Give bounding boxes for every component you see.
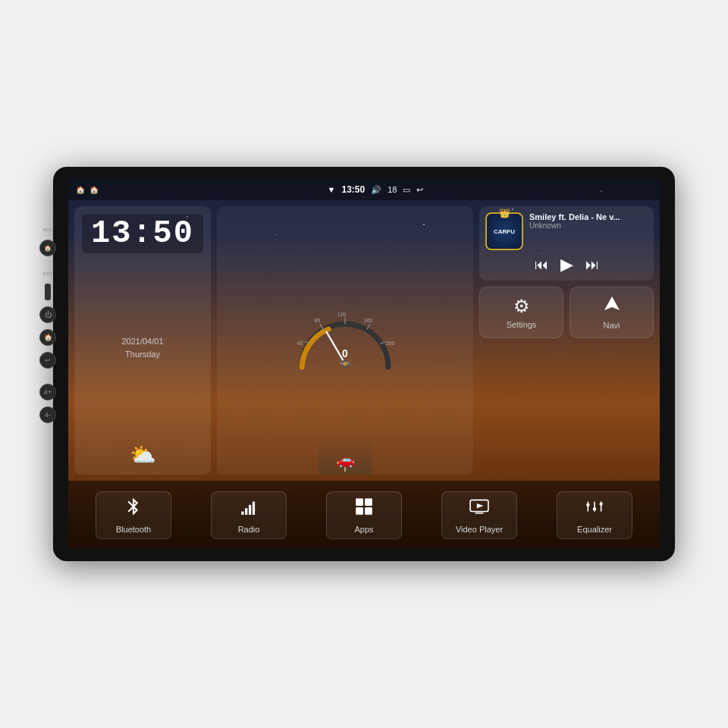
home-side-btn[interactable]: 🏠 — [39, 240, 56, 256]
settings-navi-row: ⚙ Settings Navi — [479, 287, 654, 338]
back-icon: ↩ — [416, 185, 423, 195]
main-content: 13:50 2021/04/01 Thursday ⛅ — [68, 200, 660, 549]
mic-label: MIC — [43, 228, 53, 232]
svg-point-29 — [593, 507, 596, 510]
volume-level: 18 — [388, 185, 397, 194]
equalizer-label: Equalizer — [577, 525, 612, 534]
widgets-row: 13:50 2021/04/01 Thursday ⛅ — [68, 200, 660, 481]
navi-icon — [603, 295, 621, 318]
settings-icon: ⚙ — [513, 296, 530, 317]
music-widget: 👑 CARFU Smiley ft. Delia - Ne v... Unkno… — [479, 206, 654, 281]
svg-text:160: 160 — [364, 318, 373, 323]
prev-button[interactable]: ⏮ — [535, 257, 548, 273]
bluetooth-app[interactable]: Bluetooth — [96, 491, 171, 539]
svg-text:200: 200 — [386, 340, 395, 346]
app-bar: Bluetooth Radio — [68, 481, 660, 549]
video-player-app[interactable]: Video Player — [441, 491, 517, 539]
status-left-icons: 🏠 🏠 — [76, 186, 99, 194]
svg-text:80: 80 — [314, 318, 320, 323]
home-icon-btn[interactable]: 🏠 — [39, 329, 56, 346]
battery-icon: ▭ — [403, 185, 410, 195]
radio-app[interactable]: Radio — [211, 491, 287, 539]
svg-rect-18 — [253, 501, 255, 514]
car-head-unit: MIC 🏠 RST ⏻ 🏠 ↩ 4+ 4- 🏠 🏠 — [53, 167, 675, 561]
svg-point-31 — [600, 502, 603, 505]
svg-rect-17 — [249, 504, 251, 514]
settings-button[interactable]: ⚙ Settings — [479, 287, 563, 338]
bluetooth-icon — [124, 497, 143, 522]
play-button[interactable]: ▶ — [560, 255, 573, 275]
bluetooth-label: Bluetooth — [116, 525, 151, 534]
side-controls: MIC 🏠 RST ⏻ 🏠 ↩ 4+ 4- — [39, 228, 56, 423]
apps-label: Apps — [354, 525, 373, 534]
svg-rect-20 — [365, 498, 372, 506]
date-line1: 2021/04/01 — [82, 335, 203, 348]
music-controls: ⏮ ▶ ⏭ — [485, 255, 648, 275]
navi-button[interactable]: Navi — [570, 287, 654, 338]
home2-icon: 🏠 — [89, 186, 99, 194]
status-bar: 🏠 🏠 ▼ 13:50 🔊 18 ▭ ↩ — [68, 179, 660, 200]
apps-icon — [354, 497, 374, 522]
car-icon: 🚗 — [336, 450, 355, 469]
radio-icon — [239, 497, 259, 522]
wifi-icon: ▼ — [328, 185, 336, 194]
music-artist: Unknown — [529, 221, 648, 230]
svg-marker-24 — [477, 503, 484, 508]
svg-text:0: 0 — [342, 347, 348, 359]
svg-text:120: 120 — [337, 312, 347, 317]
svg-rect-22 — [365, 507, 372, 515]
clock-widget: 13:50 2021/04/01 Thursday ⛅ — [74, 206, 211, 475]
radio-label: Radio — [238, 525, 260, 534]
next-button[interactable]: ⏭ — [585, 257, 599, 273]
svg-point-27 — [586, 503, 589, 506]
back-icon-btn[interactable]: ↩ — [39, 352, 56, 369]
clock-date: 2021/04/01 Thursday — [82, 335, 203, 360]
svg-rect-19 — [356, 498, 363, 506]
apps-app[interactable]: Apps — [326, 491, 402, 539]
svg-text:40: 40 — [297, 340, 303, 346]
music-logo: 👑 CARFU — [485, 212, 523, 250]
power-icon-btn[interactable]: ⏻ — [39, 306, 56, 323]
equalizer-app[interactable]: Equalizer — [557, 491, 632, 539]
weather-icon: ⛅ — [82, 442, 203, 467]
video-player-label: Video Player — [456, 525, 503, 534]
navi-label: Navi — [603, 321, 620, 330]
video-player-icon — [469, 497, 489, 522]
vol-down-btn[interactable]: 4- — [39, 406, 56, 423]
right-column: 👑 CARFU Smiley ft. Delia - Ne v... Unkno… — [479, 206, 654, 475]
clock-display: 13:50 — [82, 214, 203, 253]
power-btn[interactable] — [45, 284, 51, 300]
svg-text:km/h: km/h — [340, 360, 350, 366]
music-info: Smiley ft. Delia - Ne v... Unknown — [529, 212, 648, 230]
music-top: 👑 CARFU Smiley ft. Delia - Ne v... Unkno… — [485, 212, 648, 250]
music-logo-text: CARFU — [494, 228, 515, 235]
crown-icon: 👑 — [499, 208, 510, 218]
equalizer-icon — [585, 497, 604, 522]
music-title: Smiley ft. Delia - Ne v... — [529, 212, 648, 221]
svg-rect-21 — [356, 507, 363, 515]
display-screen: 🏠 🏠 ▼ 13:50 🔊 18 ▭ ↩ 13:50 202 — [68, 179, 660, 549]
road-scene: 🚗 — [217, 429, 473, 475]
vol-up-btn[interactable]: 4+ — [39, 384, 56, 400]
svg-rect-16 — [245, 508, 247, 515]
speedometer-svg: 120 160 80 200 40 0 km/h — [292, 303, 398, 378]
rst-label: RST — [42, 271, 53, 276]
svg-rect-15 — [241, 511, 243, 514]
status-time: 13:50 — [341, 184, 365, 195]
speedometer-widget: 120 160 80 200 40 0 km/h — [217, 206, 473, 475]
settings-label: Settings — [507, 320, 537, 329]
volume-icon: 🔊 — [371, 185, 381, 195]
date-line2: Thursday — [82, 348, 203, 361]
speedometer-content: 120 160 80 200 40 0 km/h — [292, 303, 398, 378]
status-center: ▼ 13:50 🔊 18 ▭ ↩ — [99, 184, 652, 195]
home-icon: 🏠 — [76, 186, 85, 194]
